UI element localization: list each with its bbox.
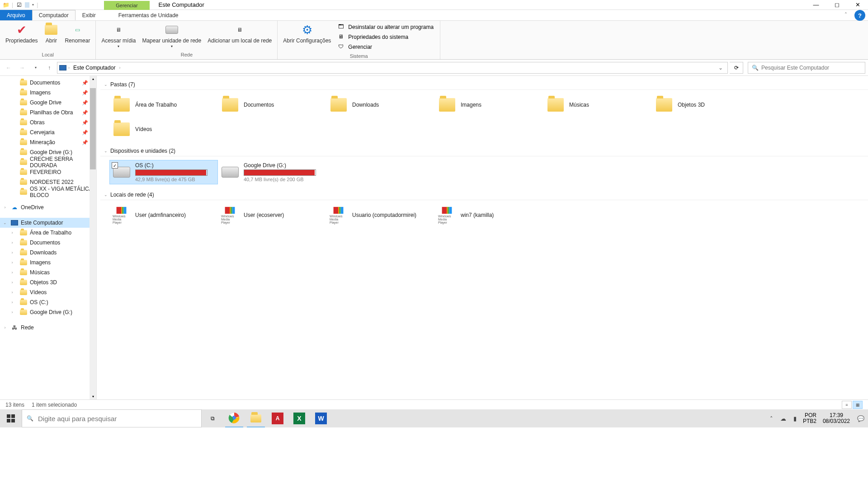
- sidebar-item[interactable]: ›Músicas: [0, 267, 96, 277]
- sidebar-item[interactable]: ›Área de Trabalho: [0, 228, 96, 238]
- qat-new-icon[interactable]: [25, 2, 29, 8]
- chevron-right-icon[interactable]: ›: [68, 66, 70, 70]
- sidebar-item[interactable]: Obras📌: [0, 117, 96, 127]
- folder-item[interactable]: Imagens: [435, 94, 543, 116]
- sidebar-item[interactable]: FEVEREIRO: [0, 167, 96, 177]
- network-location-item[interactable]: WindowsMedia Playerwin7 (kamilla): [435, 204, 543, 226]
- taskbar-chrome[interactable]: [223, 409, 245, 427]
- address-dropdown-icon[interactable]: ⌄: [716, 65, 726, 71]
- network-location-item[interactable]: WindowsMedia PlayerUser (admfinanceiro): [109, 204, 218, 226]
- taskbar-clock[interactable]: 17:3908/03/2022: [819, 413, 854, 424]
- tab-file[interactable]: Arquivo: [0, 10, 32, 20]
- sidebar-this-pc[interactable]: ⌄Este Computador: [0, 218, 96, 228]
- expand-icon[interactable]: ›: [10, 290, 14, 295]
- taskbar-acrobat[interactable]: A: [267, 409, 288, 427]
- expand-icon[interactable]: ›: [10, 300, 14, 305]
- expand-icon[interactable]: ›: [10, 250, 14, 255]
- tray-battery-icon[interactable]: ▮: [790, 415, 800, 422]
- open-button[interactable]: Abrir: [41, 22, 61, 45]
- tray-onedrive-icon[interactable]: ☁: [777, 415, 790, 422]
- uninstall-button[interactable]: 🗔Desinstalar ou alterar um programa: [336, 23, 435, 32]
- tab-computer[interactable]: Computador: [32, 10, 75, 20]
- chevron-right-icon[interactable]: ›: [119, 66, 120, 70]
- sidebar-network[interactable]: ›🖧Rede: [0, 323, 96, 333]
- group-header-network[interactable]: ⌄Locais de rede (4): [100, 190, 868, 200]
- refresh-button[interactable]: ⟳: [730, 62, 743, 74]
- breadcrumb-bar[interactable]: › Este Computador › ⌄: [57, 62, 728, 74]
- rename-button[interactable]: ▭Renomear: [62, 22, 93, 45]
- scroll-down-icon[interactable]: ▾: [91, 394, 95, 399]
- sidebar-item[interactable]: OS XX - VIGA METÁLICA BLOCO: [0, 187, 96, 197]
- sidebar-item[interactable]: Imagens📌: [0, 88, 96, 98]
- content-pane[interactable]: ⌄Pastas (7) Área de TrabalhoDocumentosDo…: [97, 76, 868, 399]
- breadcrumb-root[interactable]: Este Computador: [71, 64, 117, 72]
- expand-icon[interactable]: ›: [3, 325, 7, 330]
- up-button[interactable]: ↑: [43, 62, 55, 74]
- properties-button[interactable]: ✔Propriedades: [3, 22, 40, 45]
- map-drive-button[interactable]: Mapear unidade de rede▾: [139, 22, 204, 49]
- taskbar-word[interactable]: W: [310, 409, 332, 427]
- context-tab-manage[interactable]: Gerenciar: [104, 1, 149, 10]
- group-header-drives[interactable]: ⌄Dispositivos e unidades (2): [100, 146, 868, 156]
- notifications-icon[interactable]: 💬: [854, 415, 868, 422]
- minimize-button[interactable]: —: [806, 0, 826, 10]
- taskbar-search[interactable]: 🔍: [22, 409, 202, 427]
- maximize-button[interactable]: ◻: [826, 0, 847, 10]
- folder-item[interactable]: Objetos 3D: [652, 94, 760, 116]
- sidebar-item[interactable]: Cervejaria📌: [0, 127, 96, 137]
- manage-button[interactable]: 🛡Gerenciar: [336, 42, 435, 52]
- collapse-ribbon-icon[interactable]: ˄: [840, 10, 852, 20]
- close-button[interactable]: ✕: [847, 0, 868, 10]
- help-button[interactable]: ?: [854, 10, 865, 21]
- folder-item[interactable]: Documentos: [218, 94, 326, 116]
- sidebar-item[interactable]: Mineração📌: [0, 137, 96, 147]
- expand-icon[interactable]: ›: [10, 260, 14, 265]
- sidebar-item[interactable]: ›Google Drive (G:): [0, 307, 96, 317]
- sidebar-item[interactable]: ›Imagens: [0, 258, 96, 267]
- search-input[interactable]: [761, 65, 861, 71]
- forward-button[interactable]: →: [16, 62, 28, 74]
- chevron-down-icon[interactable]: ⌄: [104, 192, 108, 197]
- drive-item[interactable]: Google Drive (G:)40,7 MB livre(s) de 200…: [218, 160, 326, 184]
- chevron-down-icon[interactable]: ⌄: [104, 82, 108, 87]
- expand-icon[interactable]: ›: [10, 230, 14, 235]
- sidebar-item[interactable]: ›OS (C:): [0, 297, 96, 307]
- expand-icon[interactable]: ›: [10, 280, 14, 285]
- navigation-pane[interactable]: Documentos📌Imagens📌Google Drive📌Planilha…: [0, 76, 97, 399]
- qat-properties-icon[interactable]: ☑: [16, 2, 22, 8]
- taskbar-explorer[interactable]: [245, 409, 267, 427]
- tab-view[interactable]: Exibir: [75, 10, 103, 20]
- group-header-folders[interactable]: ⌄Pastas (7): [100, 80, 868, 90]
- expand-icon[interactable]: ›: [3, 205, 7, 210]
- back-button[interactable]: ←: [3, 62, 14, 74]
- add-location-button[interactable]: 🖥Adicionar um local de rede: [205, 22, 274, 45]
- sidebar-item[interactable]: Documentos📌: [0, 78, 96, 88]
- scrollbar-thumb[interactable]: [90, 88, 96, 169]
- sidebar-scrollbar[interactable]: ▴▾: [90, 76, 96, 399]
- taskbar-excel[interactable]: X: [288, 409, 310, 427]
- tab-drive-tools[interactable]: Ferramentas de Unidade: [112, 10, 185, 20]
- scroll-up-icon[interactable]: ▴: [91, 76, 95, 82]
- tray-overflow-icon[interactable]: ˄: [766, 415, 777, 422]
- sidebar-item[interactable]: CRECHE SERRA DOURADA: [0, 157, 96, 167]
- qat-dropdown-icon[interactable]: ▾: [32, 3, 34, 7]
- view-details-button[interactable]: ≡: [842, 401, 852, 409]
- sidebar-item[interactable]: ›Documentos: [0, 238, 96, 248]
- folder-item[interactable]: Downloads: [326, 94, 435, 116]
- checkbox-icon[interactable]: ✓: [112, 162, 118, 169]
- open-settings-button[interactable]: ⚙Abrir Configurações: [280, 22, 334, 45]
- sidebar-item[interactable]: ›Objetos 3D: [0, 277, 96, 287]
- network-location-item[interactable]: WindowsMedia PlayerUsuario (computadormi…: [326, 204, 435, 226]
- folder-item[interactable]: Músicas: [543, 94, 652, 116]
- sidebar-onedrive[interactable]: ›☁OneDrive: [0, 202, 96, 212]
- sidebar-item[interactable]: ›Downloads: [0, 248, 96, 258]
- search-box[interactable]: 🔍: [748, 62, 865, 74]
- sidebar-item[interactable]: Planilhas de Obra📌: [0, 108, 96, 117]
- chevron-down-icon[interactable]: ⌄: [104, 149, 108, 153]
- view-large-icons-button[interactable]: ▦: [853, 401, 863, 409]
- collapse-icon[interactable]: ⌄: [3, 221, 7, 225]
- recent-dropdown-icon[interactable]: ▾: [30, 62, 42, 74]
- expand-icon[interactable]: ›: [10, 310, 14, 314]
- start-button[interactable]: [0, 409, 22, 427]
- taskbar-search-input[interactable]: [38, 415, 197, 422]
